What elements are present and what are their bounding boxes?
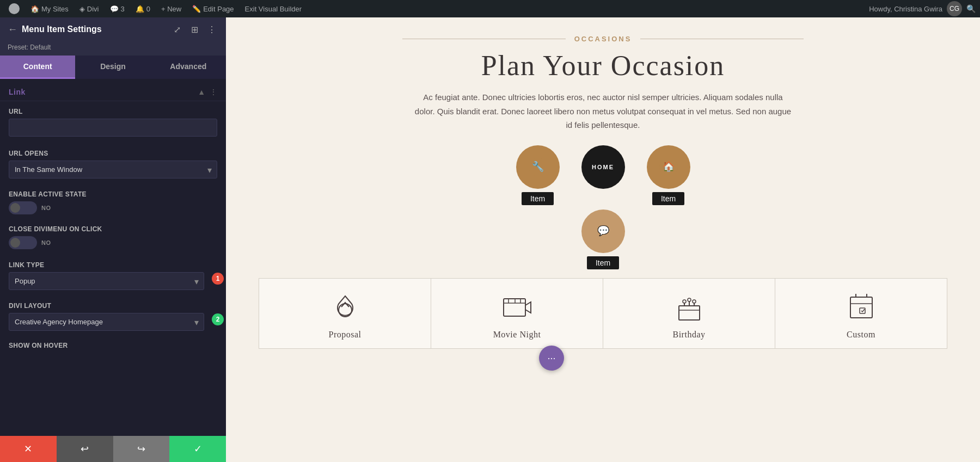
proposal-icon xyxy=(329,292,362,324)
svg-text:💬: 💬 xyxy=(597,225,610,237)
occasions-description: Ac feugiat ante. Donec ultricies loborti… xyxy=(413,90,794,132)
redo-button[interactable]: ↪ xyxy=(113,436,170,462)
services-grid: Proposal Movie Night xyxy=(259,278,947,349)
icons-bottom-row: 💬 Item xyxy=(237,210,969,269)
svg-text:🔧: 🔧 xyxy=(532,161,544,173)
house-circle: 🏠 xyxy=(647,145,690,189)
icon1-label: Item xyxy=(522,192,554,205)
show-on-hover-row: Show On Hover xyxy=(0,336,226,358)
close-divimenu-knob xyxy=(10,238,20,248)
active-state-label: Enable Active State xyxy=(9,190,217,198)
url-opens-select[interactable]: In The Same Window In A New Tab xyxy=(9,161,217,178)
link-section-title: Link xyxy=(9,88,26,96)
service-cell-custom: Custom xyxy=(775,279,947,349)
divi-layout-select[interactable]: Creative Agency Homepage xyxy=(9,313,204,331)
wp-admin-bar: W 🏠 My Sites ◈ Divi 💬 3 🔔 0 + New ✏️ Edi… xyxy=(0,0,980,17)
divi-icon: ◈ xyxy=(79,5,85,13)
link-type-select[interactable]: Popup xyxy=(9,272,204,290)
edit-page-item[interactable]: ✏️ Edit Page xyxy=(188,0,238,17)
close-divimenu-toggle-container: NO xyxy=(9,236,217,249)
occasions-section: OCCASIONS Plan Your Occasion Ac feugiat … xyxy=(226,17,980,349)
icon-group-home: HOME xyxy=(581,145,625,205)
close-divimenu-row: Close DiviMenu On Click NO xyxy=(0,220,226,255)
url-opens-field-row: URL Opens In The Same Window In A New Ta… xyxy=(0,143,226,185)
link-type-label: Link Type xyxy=(9,261,217,269)
url-opens-label: URL Opens xyxy=(9,150,217,157)
user-avatar: CG xyxy=(947,1,962,16)
active-state-row: Enable Active State NO xyxy=(0,185,226,220)
panel-content: Link ▲ ⋮ URL URL Opens In The Same Windo… xyxy=(0,79,226,436)
panel-header: ← Menu Item Settings ⤢ ⊞ ⋮ xyxy=(0,17,226,41)
settings-panel: ← Menu Item Settings ⤢ ⊞ ⋮ Preset: Defau… xyxy=(0,17,226,462)
svg-rect-18 xyxy=(860,308,865,313)
more-options-icon[interactable]: ⋮ xyxy=(205,23,218,36)
url-input[interactable] xyxy=(9,119,217,137)
preset-bar: Preset: Default xyxy=(0,41,226,56)
tab-design[interactable]: Design xyxy=(75,56,150,79)
divi-layout-select-wrapper: Creative Agency Homepage xyxy=(9,313,204,331)
active-state-toggle-label: NO xyxy=(41,205,51,211)
occasions-label: OCCASIONS xyxy=(574,35,632,43)
notifications-item[interactable]: 🔔 0 xyxy=(131,0,155,17)
collapse-icon[interactable]: ▲ xyxy=(198,88,205,96)
url-label: URL xyxy=(9,108,217,115)
user-greeting: Howdy, Christina Gwira xyxy=(869,5,942,13)
svg-rect-10 xyxy=(679,306,700,320)
panel-bottom-bar: ✕ ↩ ↪ ✓ xyxy=(0,436,226,462)
save-button[interactable]: ✓ xyxy=(169,436,226,462)
tab-advanced[interactable]: Advanced xyxy=(151,56,226,79)
icons-area: 🔧 Item HOME 🏠 Item xyxy=(237,145,969,269)
occasions-line-right xyxy=(640,39,804,39)
fab-button[interactable]: ··· xyxy=(539,346,564,371)
panel-tabs: Content Design Advanced xyxy=(0,56,226,79)
home-icon: 🏠 xyxy=(30,5,39,13)
divi-layout-row: Divi Layout Creative Agency Homepage 2 xyxy=(0,297,226,336)
service-cell-movie: Movie Night xyxy=(431,279,603,349)
icon-group-house: 🏠 Item xyxy=(647,145,690,205)
wrench-circle: 🔧 xyxy=(516,145,560,189)
cancel-button[interactable]: ✕ xyxy=(0,436,57,462)
layout-icon[interactable]: ⊞ xyxy=(188,23,201,36)
canvas-area: OCCASIONS Plan Your Occasion Ac feugiat … xyxy=(226,17,980,462)
close-divimenu-label: Close DiviMenu On Click xyxy=(9,225,217,233)
comments-icon: 💬 xyxy=(110,5,119,13)
icon-group-chat: 💬 Item xyxy=(581,210,625,269)
custom-name: Custom xyxy=(847,330,875,340)
link-section-header: Link ▲ ⋮ xyxy=(0,79,226,101)
url-field-row: URL xyxy=(0,101,226,143)
section-more-icon[interactable]: ⋮ xyxy=(210,88,217,96)
occasions-label-row: OCCASIONS xyxy=(237,35,969,43)
active-state-toggle-container: NO xyxy=(9,201,217,214)
svg-text:🏠: 🏠 xyxy=(663,161,675,173)
expand-icon[interactable]: ⤢ xyxy=(170,23,183,36)
link-type-badge: 1 xyxy=(212,273,224,285)
icon-group-wrench: 🔧 Item xyxy=(516,145,560,205)
divi-layout-label: Divi Layout xyxy=(9,302,217,310)
show-on-hover-label: Show On Hover xyxy=(9,342,217,349)
wp-logo-item[interactable]: W xyxy=(4,0,24,17)
divi-layout-badge: 2 xyxy=(212,313,224,325)
active-state-toggle[interactable] xyxy=(9,201,37,214)
undo-button[interactable]: ↩ xyxy=(57,436,113,462)
wp-logo-icon: W xyxy=(9,3,20,14)
svg-rect-9 xyxy=(504,299,525,316)
toggle-knob xyxy=(10,203,20,213)
occasions-title: Plan Your Occasion xyxy=(237,50,969,82)
search-icon[interactable]: 🔍 xyxy=(966,4,976,13)
back-button[interactable]: ← xyxy=(8,24,17,35)
divi-layout-wrapper: Creative Agency Homepage 2 xyxy=(9,313,217,331)
divi-item[interactable]: ◈ Divi xyxy=(75,0,103,17)
birthday-name: Birthday xyxy=(673,330,706,340)
movie-icon xyxy=(501,292,534,324)
service-cell-proposal: Proposal xyxy=(259,279,431,349)
exit-builder-item[interactable]: Exit Visual Builder xyxy=(241,0,307,17)
svg-rect-17 xyxy=(850,297,872,318)
tab-content[interactable]: Content xyxy=(0,56,75,79)
new-item[interactable]: + New xyxy=(157,0,186,17)
close-divimenu-toggle-label: NO xyxy=(41,239,51,246)
close-divimenu-toggle[interactable] xyxy=(9,236,37,249)
my-sites-item[interactable]: 🏠 My Sites xyxy=(26,0,73,17)
svg-point-15 xyxy=(688,298,691,301)
comments-count-item[interactable]: 💬 3 xyxy=(106,0,129,17)
notification-icon: 🔔 xyxy=(136,5,144,13)
